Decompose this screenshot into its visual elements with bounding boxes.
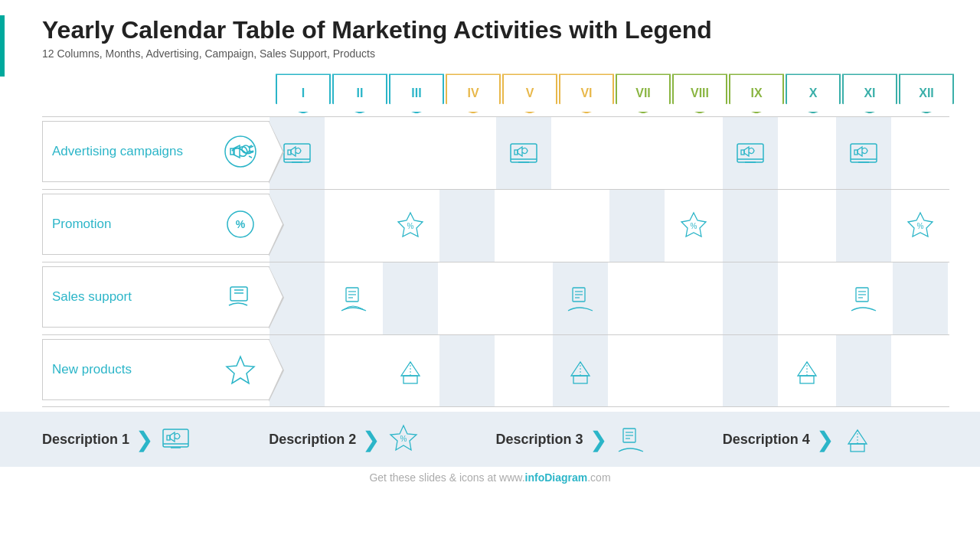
cell-np-1: [326, 335, 381, 406]
cell-np-10: [836, 335, 891, 406]
cell-sales-1: [326, 262, 381, 334]
month-VI: VI: [559, 73, 614, 113]
cell-promo-9: [779, 190, 835, 262]
header: Yearly Calendar Table of Marketing Activ…: [0, 0, 980, 66]
cell-np-2: [383, 335, 438, 406]
month-II: II: [332, 73, 387, 113]
month-X: X: [786, 73, 841, 113]
label-advertising: Advertising campaigns: [42, 121, 270, 182]
svg-rect-50: [573, 376, 587, 383]
legend-item-2: Description 2 ❯ %: [269, 422, 495, 457]
svg-text:%: %: [407, 222, 414, 230]
promotion-cells: % %: [270, 190, 949, 262]
svg-marker-47: [227, 357, 254, 383]
svg-rect-48: [403, 376, 417, 383]
label-sales: Sales support: [42, 266, 270, 328]
cell-promo-3: [439, 190, 495, 262]
svg-rect-19: [741, 150, 744, 155]
legend-bar: Description 1 ❯ Description 2 ❯ % Descri…: [0, 412, 980, 467]
svg-text:%: %: [691, 222, 697, 230]
cell-sales-6: [609, 262, 665, 334]
sales-icon: [221, 278, 260, 316]
advertising-icon: [221, 132, 260, 171]
legend-arrow-4: ❯: [816, 427, 834, 452]
left-accent: [0, 15, 5, 77]
cell-promo-4: [496, 190, 551, 262]
legend-arrow-1: ❯: [136, 427, 153, 452]
footer: Get these slides & icons at www.infoDiag…: [0, 467, 980, 488]
cell-adv-5: [553, 117, 608, 189]
sales-cells: [270, 262, 949, 334]
cell-adv-10: [836, 117, 891, 189]
month-V: V: [502, 73, 557, 113]
row-sales: Sales support: [42, 262, 949, 334]
cell-adv-2: [383, 117, 438, 189]
cell-adv-7: [666, 117, 721, 189]
legend-icon-2: %: [386, 422, 421, 457]
svg-rect-52: [800, 376, 814, 383]
svg-text:%: %: [236, 218, 246, 230]
calendar-grid: I II III IV V VI VII VIII IX X XI XII Ad…: [42, 73, 949, 407]
cell-promo-1: [326, 190, 381, 262]
promotion-icon: %: [221, 205, 260, 243]
legend-icon-3: [613, 422, 648, 457]
newproducts-icon: [221, 350, 260, 389]
cell-promo-10: [836, 190, 891, 262]
svg-rect-32: [230, 287, 247, 301]
svg-rect-23: [854, 150, 858, 155]
legend-arrow-3: ❯: [590, 427, 607, 452]
legend-item-3: Description 3 ❯: [496, 422, 723, 457]
legend-label-4: Description 4: [723, 432, 810, 448]
legend-arrow-2: ❯: [362, 427, 380, 452]
label-newproducts-text: New products: [52, 362, 221, 377]
month-IV: IV: [446, 73, 501, 113]
svg-text:%: %: [917, 222, 924, 230]
row-promotion: Promotion % %: [42, 189, 949, 262]
label-promotion: Promotion %: [42, 194, 270, 255]
page-title: Yearly Calendar Table of Marketing Activ…: [42, 15, 949, 44]
row-newproducts: New products: [42, 334, 949, 407]
cell-np-4: [496, 335, 551, 406]
footer-brand: infoDiagram: [525, 471, 588, 484]
month-IX: IX: [729, 73, 784, 113]
month-III: III: [389, 73, 444, 113]
cell-np-7: [666, 335, 721, 406]
cell-adv-8: [723, 117, 778, 189]
cell-adv-9: [779, 117, 835, 189]
cell-sales-11: [893, 262, 948, 334]
cell-promo-5: [553, 190, 608, 262]
cell-adv-4: [496, 117, 551, 189]
cell-adv-3: [439, 117, 495, 189]
label-newproducts: New products: [42, 339, 270, 400]
label-advertising-text: Advertising campaigns: [52, 144, 221, 159]
svg-rect-11: [288, 150, 291, 155]
subtitle: 12 Columns, Months, Advertising, Campaig…: [42, 47, 949, 60]
cell-sales-9: [779, 262, 835, 334]
cell-np-8: [723, 335, 778, 406]
cell-adv-11: [893, 117, 948, 189]
cell-sales-8: [723, 262, 778, 334]
cell-sales-2: [383, 262, 438, 334]
svg-rect-15: [514, 150, 518, 155]
label-sales-text: Sales support: [52, 289, 221, 305]
cell-promo-7: %: [666, 190, 721, 262]
month-XII: XII: [899, 73, 954, 113]
legend-item-1: Description 1 ❯: [42, 422, 269, 457]
cell-adv-1: [326, 117, 381, 189]
legend-icon-4: [840, 422, 875, 457]
legend-label-3: Description 3: [496, 432, 583, 448]
legend-label-1: Description 1: [42, 432, 129, 448]
cell-promo-6: [609, 190, 665, 262]
month-VII: VII: [616, 73, 671, 113]
cell-sales-3: [439, 262, 495, 334]
legend-label-2: Description 2: [269, 432, 356, 448]
cell-np-9: [779, 335, 835, 406]
month-VIII: VIII: [672, 73, 727, 113]
cell-np-3: [439, 335, 495, 406]
advertising-cells: [270, 117, 949, 189]
svg-rect-57: [167, 435, 170, 440]
cell-np-5: [553, 335, 608, 406]
svg-line-7: [249, 156, 252, 158]
cell-sales-4: [496, 262, 551, 334]
cell-sales-10: [836, 262, 891, 334]
